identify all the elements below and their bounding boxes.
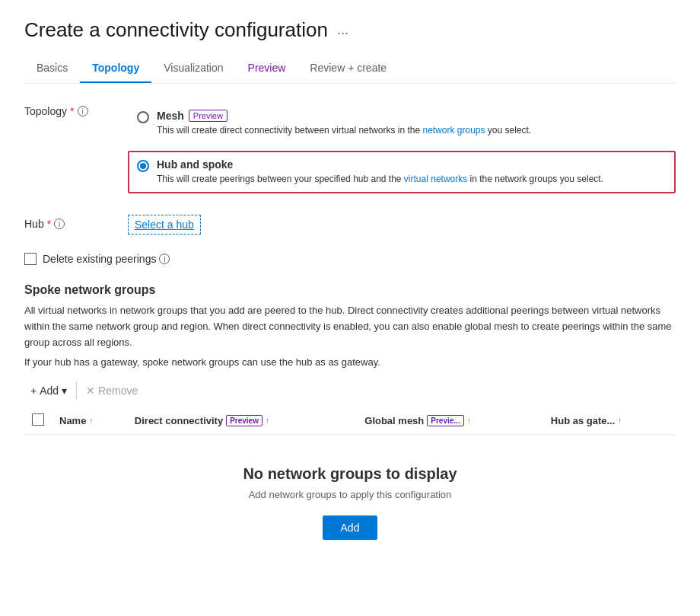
remove-label: Remove <box>98 385 138 397</box>
mesh-label-group: Mesh Preview This will create direct con… <box>157 110 531 137</box>
topology-label: Topology * i <box>24 102 116 117</box>
empty-state: No network groups to display Add network… <box>24 435 676 570</box>
empty-description: Add network groups to apply this configu… <box>40 489 660 500</box>
global-mesh-preview-badge: Previe... <box>427 415 463 426</box>
select-all-checkbox[interactable] <box>32 413 44 426</box>
hub-required-indicator: * <box>47 218 51 230</box>
hub-spoke-radio[interactable] <box>137 160 149 172</box>
add-label: Add <box>40 385 59 397</box>
table-toolbar: + Add ▾ ✕ Remove <box>24 380 676 407</box>
topology-options: Mesh Preview This will create direct con… <box>128 102 676 199</box>
spoke-section-title: Spoke network groups <box>24 283 676 297</box>
tab-basics[interactable]: Basics <box>24 54 80 83</box>
col-name-header[interactable]: Name ↑ <box>52 407 127 435</box>
mesh-description: This will create direct connectivity bet… <box>157 123 531 137</box>
spoke-desc-2: If your hub has a gateway, spoke network… <box>24 355 676 371</box>
tab-visualization[interactable]: Visualization <box>151 54 235 83</box>
hub-info-icon[interactable]: i <box>54 219 65 229</box>
col-hub-as-gate-header[interactable]: Hub as gate... ↑ <box>543 407 676 435</box>
add-chevron-icon: ▾ <box>62 385 67 397</box>
spoke-desc-1: All virtual networks in network groups t… <box>24 303 676 350</box>
toolbar-separator <box>76 381 77 400</box>
page-title: Create a connectivity configuration <box>24 18 328 42</box>
direct-connectivity-sort-icon: ↑ <box>266 417 269 425</box>
select-hub-link[interactable]: Select a hub <box>128 215 201 235</box>
tab-preview[interactable]: Preview <box>236 54 298 83</box>
remove-x-icon: ✕ <box>86 385 95 397</box>
topology-info-icon[interactable]: i <box>78 106 88 116</box>
delete-peerings-checkbox[interactable] <box>24 253 37 265</box>
tab-review-create[interactable]: Review + create <box>298 54 399 83</box>
hub-spoke-label-group: Hub and spoke This will create peerings … <box>157 158 603 186</box>
empty-title: No network groups to display <box>40 465 660 483</box>
empty-state-row: No network groups to display Add network… <box>24 435 676 571</box>
delete-peerings-info-icon[interactable]: i <box>159 254 170 264</box>
delete-peerings-label: Delete existing peerings i <box>43 253 170 265</box>
page-title-area: Create a connectivity configuration ... <box>24 18 676 42</box>
hub-spoke-title: Hub and spoke <box>157 158 603 171</box>
spoke-section: Spoke network groups All virtual network… <box>24 283 676 570</box>
form-section: Topology * i Mesh Preview This will crea… <box>24 102 676 570</box>
global-mesh-sort-icon: ↑ <box>467 417 471 425</box>
delete-peerings-row: Delete existing peerings i <box>24 253 676 265</box>
remove-button[interactable]: ✕ Remove <box>80 380 144 401</box>
topology-mesh-option[interactable]: Mesh Preview This will create direct con… <box>128 102 676 145</box>
table-header-row: Name ↑ Direct connectivity Preview ↑ <box>24 407 676 435</box>
name-sort-icon: ↑ <box>89 417 93 425</box>
col-direct-connectivity-header[interactable]: Direct connectivity Preview ↑ <box>127 407 357 435</box>
empty-state-cell: No network groups to display Add network… <box>24 435 676 571</box>
page-options-icon[interactable]: ... <box>337 22 348 38</box>
add-button[interactable]: + Add ▾ <box>24 380 73 401</box>
mesh-preview-badge: Preview <box>189 110 228 122</box>
topology-hub-spoke-option[interactable]: Hub and spoke This will create peerings … <box>128 151 676 193</box>
add-plus-icon: + <box>30 385 37 397</box>
tab-topology[interactable]: Topology <box>80 54 151 83</box>
hub-select-area: Select a hub <box>128 215 676 235</box>
hub-field-row: Hub * i Select a hub <box>24 215 676 235</box>
direct-connectivity-preview-badge: Preview <box>226 415 262 426</box>
hub-label: Hub * i <box>24 215 116 230</box>
select-all-header <box>24 407 52 435</box>
table-body: No network groups to display Add network… <box>24 435 676 571</box>
col-global-mesh-header[interactable]: Global mesh Previe... ↑ <box>357 407 543 435</box>
mesh-radio[interactable] <box>137 111 149 123</box>
required-indicator: * <box>70 105 74 117</box>
topology-field-row: Topology * i Mesh Preview This will crea… <box>24 102 676 199</box>
empty-add-button[interactable]: Add <box>323 515 378 540</box>
tab-bar: Basics Topology Visualization Preview Re… <box>24 54 676 84</box>
mesh-title: Mesh Preview <box>157 110 531 122</box>
hub-spoke-description: This will create peerings between your s… <box>157 172 603 186</box>
spoke-groups-table: Name ↑ Direct connectivity Preview ↑ <box>24 407 676 570</box>
hub-as-gate-sort-icon: ↑ <box>618 417 622 425</box>
